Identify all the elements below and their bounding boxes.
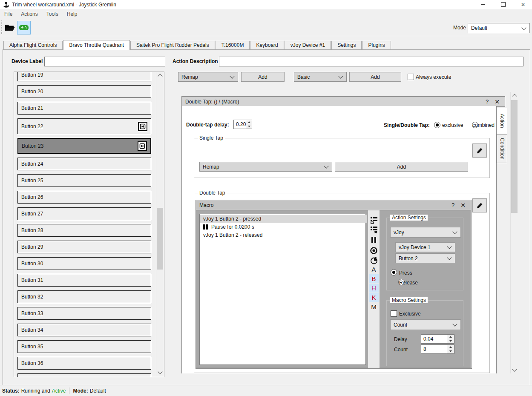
list-item-button-21[interactable]: Button 21 bbox=[17, 102, 151, 115]
macro-entry-released[interactable]: vJoy 1 Button 2 - released bbox=[200, 231, 367, 239]
list-item-button-28[interactable]: Button 28 bbox=[17, 224, 151, 237]
list-item-button-22[interactable]: Button 22 bbox=[17, 118, 151, 134]
vjoy-device-select[interactable]: vJoy Device 1 bbox=[395, 242, 455, 252]
side-tab-action[interactable]: Action bbox=[497, 108, 507, 134]
scroll-up-button[interactable] bbox=[156, 72, 164, 79]
macro-help-button[interactable]: ? bbox=[451, 202, 460, 208]
list-item-button-19[interactable]: Button 19 bbox=[17, 72, 151, 81]
device-tab-bar: Alpha Flight Controls Bravo Throttle Qua… bbox=[3, 40, 391, 49]
macro-header: Macro ? ✕ bbox=[196, 200, 471, 210]
maximize-button[interactable] bbox=[494, 0, 512, 9]
device-label-input[interactable] bbox=[44, 57, 165, 66]
close-panel-button[interactable]: ✕ bbox=[495, 98, 505, 105]
open-profile-button[interactable] bbox=[3, 21, 16, 34]
add-entry-button[interactable] bbox=[369, 215, 379, 224]
delay-spinbox[interactable]: 0.04 bbox=[421, 334, 454, 344]
spin-up-icon[interactable] bbox=[447, 335, 454, 339]
chevron-down-icon bbox=[158, 369, 162, 374]
list-item-button-34[interactable]: Button 34 bbox=[17, 324, 151, 336]
vjoy-button-select[interactable]: Button 2 bbox=[395, 253, 455, 263]
list-item-button-35[interactable]: Button 35 bbox=[17, 340, 151, 353]
timer-button[interactable] bbox=[369, 256, 379, 265]
macro-entry-pause[interactable]: Pause for 0.0200 s bbox=[200, 223, 367, 231]
list-item-button-27[interactable]: Button 27 bbox=[17, 207, 151, 220]
scroll-down-button[interactable] bbox=[511, 366, 518, 373]
activate-button[interactable] bbox=[17, 21, 31, 34]
spin-up-icon[interactable] bbox=[246, 120, 252, 124]
menu-help[interactable]: Help bbox=[63, 9, 82, 19]
tab-bravo-throttle-quadrant[interactable]: Bravo Throttle Quadrant bbox=[63, 40, 130, 50]
add-action-button[interactable]: Add bbox=[241, 72, 285, 82]
list-item-button-20[interactable]: Button 20 bbox=[17, 85, 151, 98]
exclusive-radio[interactable] bbox=[434, 122, 440, 128]
press-radio[interactable] bbox=[391, 269, 397, 275]
spin-down-icon[interactable] bbox=[447, 339, 454, 343]
condition-type-select[interactable]: Basic bbox=[294, 72, 347, 82]
exclusive-checkbox[interactable] bbox=[391, 310, 397, 317]
single-tap-action-select[interactable]: Remap bbox=[199, 162, 332, 172]
mode-select[interactable]: Default bbox=[468, 23, 530, 33]
scrollbar-thumb[interactable] bbox=[157, 208, 163, 270]
button-tool-button[interactable]: B bbox=[369, 274, 379, 283]
delete-entry-button[interactable] bbox=[369, 225, 379, 234]
double-tap-delay-spinbox[interactable]: 0.20 bbox=[233, 120, 252, 129]
add-condition-button[interactable]: Add bbox=[349, 72, 401, 82]
close-button[interactable]: ✕ bbox=[514, 0, 532, 9]
count-spinbox[interactable]: 8 bbox=[421, 344, 454, 354]
tab-vjoy-device-1[interactable]: vJoy Device #1 bbox=[285, 41, 331, 49]
mouse-tool-button[interactable]: M bbox=[369, 302, 379, 311]
tab-keyboard[interactable]: Keyboard bbox=[250, 41, 284, 49]
list-item-button-32[interactable]: Button 32 bbox=[17, 290, 151, 303]
tab-saitek-rudder-pedals[interactable]: Saitek Pro Flight Rudder Pedals bbox=[130, 41, 215, 49]
spin-up-icon[interactable] bbox=[447, 345, 454, 349]
spin-down-icon[interactable] bbox=[246, 124, 252, 129]
list-item-button-31[interactable]: Button 31 bbox=[17, 274, 151, 287]
help-button[interactable]: ? bbox=[486, 98, 495, 105]
menu-file[interactable]: File bbox=[0, 9, 17, 19]
action-type-select-vjoy[interactable]: vJoy bbox=[390, 227, 461, 238]
add-pause-button[interactable] bbox=[369, 235, 379, 244]
list-item-button-33[interactable]: Button 33 bbox=[17, 307, 151, 320]
panel-scrollbar[interactable] bbox=[510, 92, 518, 373]
action-type-select[interactable]: Remap bbox=[178, 72, 238, 82]
edit-double-tap-button[interactable] bbox=[472, 198, 487, 212]
scroll-up-button[interactable] bbox=[511, 92, 518, 99]
list-item-button-30[interactable]: Button 30 bbox=[17, 257, 151, 270]
always-execute-checkbox[interactable] bbox=[408, 74, 414, 80]
single-tap-add-button[interactable]: Add bbox=[335, 162, 468, 172]
list-item-partial[interactable] bbox=[17, 373, 151, 377]
spin-down-icon[interactable] bbox=[447, 349, 454, 353]
tab-settings[interactable]: Settings bbox=[331, 41, 362, 49]
list-item-button-25[interactable]: Button 25 bbox=[17, 174, 151, 187]
axis-tool-button[interactable]: A bbox=[369, 265, 379, 274]
minimize-button[interactable] bbox=[474, 0, 492, 9]
scroll-down-button[interactable] bbox=[156, 369, 164, 376]
menu-actions[interactable]: Actions bbox=[17, 9, 42, 19]
record-button[interactable] bbox=[369, 246, 379, 255]
tab-t16000m[interactable]: T.16000M bbox=[216, 41, 250, 49]
key-tool-button[interactable]: K bbox=[369, 293, 379, 302]
hat-tool-button[interactable]: H bbox=[369, 284, 379, 293]
repeat-mode-select[interactable]: Count bbox=[390, 319, 461, 330]
chevron-down-icon bbox=[452, 229, 457, 234]
tab-plugins[interactable]: Plugins bbox=[362, 41, 391, 49]
chevron-down-icon bbox=[447, 244, 451, 249]
edit-single-tap-button[interactable] bbox=[472, 143, 487, 158]
macro-entry-pressed[interactable]: vJoy 1 Button 2 - pressed bbox=[200, 215, 367, 223]
list-scrollbar[interactable] bbox=[156, 72, 164, 376]
list-item-button-24[interactable]: Button 24 bbox=[17, 158, 151, 170]
macro-close-button[interactable]: ✕ bbox=[460, 202, 471, 209]
scrollbar-thumb[interactable] bbox=[511, 100, 518, 213]
list-item-button-36[interactable]: Button 36 bbox=[17, 357, 151, 370]
list-item-button-26[interactable]: Button 26 bbox=[17, 191, 151, 204]
open-folder-icon bbox=[5, 23, 15, 31]
action-description-input[interactable] bbox=[219, 57, 523, 66]
menu-tools[interactable]: Tools bbox=[42, 9, 63, 19]
macro-settings-group: Macro Settings Exclusive Count Delay 0.0… bbox=[386, 300, 463, 366]
app-window: Trim wheel workaround.xml - Joystick Gre… bbox=[0, 0, 532, 396]
list-item-button-29[interactable]: Button 29 bbox=[17, 241, 151, 253]
side-tab-condition[interactable]: Condition bbox=[497, 134, 507, 163]
list-item-button-23-selected[interactable]: Button 23 bbox=[17, 138, 151, 154]
clock-icon bbox=[370, 257, 378, 264]
tab-alpha-flight-controls[interactable]: Alpha Flight Controls bbox=[3, 41, 63, 49]
